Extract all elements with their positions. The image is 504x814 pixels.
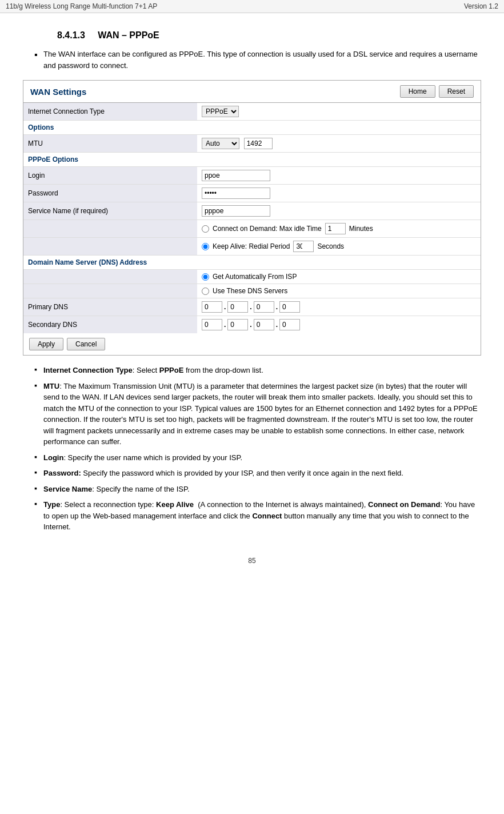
- header-bar: 11b/g Wireless Long Range Multi-function…: [0, 0, 504, 13]
- reset-button[interactable]: Reset: [439, 85, 474, 98]
- connect-on-demand-row: Connect on Demand: Max idle Time Minutes: [202, 223, 476, 234]
- desc-login: Login: Specify the user name which is pr…: [43, 452, 242, 464]
- field-label: Login: [23, 167, 197, 185]
- dns-auto-radio[interactable]: [202, 273, 209, 281]
- mtu-mode-select[interactable]: Auto Manual: [202, 138, 239, 149]
- settings-table: Internet Connection Type PPPoE Options M…: [23, 103, 481, 333]
- dns-sep-5: .: [249, 321, 252, 329]
- field-value: [197, 202, 481, 220]
- primary-dns-4[interactable]: [279, 301, 300, 313]
- intro-bullet: ▪ The WAN interface can be configured as…: [23, 49, 481, 71]
- field-value: [197, 185, 481, 202]
- page-number: 85: [6, 557, 498, 565]
- header-title: 11b/g Wireless Long Range Multi-function…: [6, 2, 157, 10]
- rest-1: from the drop-down list.: [183, 366, 263, 374]
- dns-sep-4: .: [223, 321, 226, 329]
- section-heading: 8.4.1.3 WAN – PPPoE: [23, 30, 481, 41]
- redial-period-input[interactable]: [293, 241, 314, 252]
- dns-auto-row: Get Automatically From ISP: [202, 273, 476, 281]
- field-label: [23, 238, 197, 256]
- dns-sep-2: .: [249, 303, 252, 311]
- dns-sep-3: .: [275, 303, 278, 311]
- login-input[interactable]: [202, 170, 270, 181]
- connect-on-demand-radio[interactable]: [202, 225, 209, 233]
- dns-section-header: Domain Name Server (DNS) Address: [23, 256, 481, 270]
- dns-manual-radio[interactable]: [202, 288, 209, 295]
- table-row: Password: [23, 185, 481, 202]
- service-name-desc: : Specify the name of the ISP.: [92, 485, 189, 493]
- connection-type-select[interactable]: PPPoE: [202, 106, 239, 117]
- max-idle-time-input[interactable]: [325, 223, 346, 234]
- primary-dns-2[interactable]: [227, 301, 248, 313]
- field-label: Password: [23, 185, 197, 202]
- cancel-button[interactable]: Cancel: [67, 338, 105, 350]
- section-label: PPPoE Options: [23, 153, 481, 167]
- wan-panel: WAN Settings Home Reset Internet Connect…: [23, 80, 481, 356]
- field-label: [23, 220, 197, 238]
- field-value: . . .: [197, 316, 481, 334]
- apply-button[interactable]: Apply: [29, 338, 63, 350]
- home-button[interactable]: Home: [400, 85, 435, 98]
- secondary-dns-3[interactable]: [254, 319, 274, 330]
- secondary-dns-inputs: . . .: [202, 319, 476, 330]
- field-value: Get Automatically From ISP: [197, 270, 481, 284]
- bullet-icon: ▪: [34, 452, 43, 464]
- field-label: Primary DNS: [23, 298, 197, 316]
- intro-bullet-text: The WAN interface can be configured as P…: [43, 49, 481, 71]
- table-row: Primary DNS . . .: [23, 298, 481, 316]
- table-row: Get Automatically From ISP: [23, 270, 481, 284]
- field-label: MTU: [23, 135, 197, 153]
- desc-item-mtu: ▪ MTU: The Maximum Transmission Unit (MT…: [34, 381, 481, 448]
- wan-panel-title: WAN Settings: [30, 87, 86, 97]
- section-label: Domain Name Server (DNS) Address: [23, 256, 481, 270]
- bullet-icon: ▪: [34, 381, 43, 448]
- term-login: Login: [43, 453, 63, 462]
- term-mtu: MTU: [43, 382, 59, 390]
- field-label: Service Name (if required): [23, 202, 197, 220]
- desc-mtu: MTU: The Maximum Transmission Unit (MTU)…: [43, 381, 481, 448]
- page-content: 8.4.1.3 WAN – PPPoE ▪ The WAN interface …: [0, 13, 504, 549]
- desc-item-connection-type: ▪ Internet Connection Type: Select PPPoE…: [34, 365, 481, 376]
- field-label: [23, 284, 197, 298]
- section-number: 8.4.1.3: [57, 30, 85, 40]
- desc-service-name: Service Name: Specify the name of the IS…: [43, 484, 190, 495]
- keep-alive-row: Keep Alive: Redial Period Seconds: [202, 241, 476, 252]
- term-pppoe: PPPoE: [159, 366, 184, 374]
- term-connection-type: Internet Connection Type: [43, 366, 133, 374]
- desc-connection-type: Internet Connection Type: Select PPPoE f…: [43, 365, 263, 376]
- field-value: Keep Alive: Redial Period Seconds: [197, 238, 481, 256]
- colon-1: : Select: [133, 366, 159, 374]
- primary-dns-3[interactable]: [254, 301, 274, 313]
- primary-dns-inputs: . . .: [202, 301, 476, 313]
- connect-on-demand-label: Connect on Demand: Max idle Time: [213, 225, 322, 233]
- mtu-desc: : The Maximum Transmission Unit (MTU) is…: [43, 382, 478, 446]
- table-row: Service Name (if required): [23, 202, 481, 220]
- term-type: Type: [43, 500, 60, 509]
- term-keep-alive: Keep Alive: [156, 500, 194, 509]
- description-bullets: ▪ Internet Connection Type: Select PPPoE…: [23, 365, 481, 533]
- desc-item-service-name: ▪ Service Name: Specify the name of the …: [34, 484, 481, 495]
- field-value: Auto Manual: [197, 135, 481, 153]
- secondary-dns-2[interactable]: [227, 319, 248, 330]
- seconds-label: Seconds: [317, 242, 344, 250]
- desc-item-type: ▪ Type: Select a reconnection type: Keep…: [34, 499, 481, 533]
- wan-panel-header: WAN Settings Home Reset: [23, 81, 481, 103]
- password-input[interactable]: [202, 187, 270, 199]
- field-value: Connect on Demand: Max idle Time Minutes: [197, 220, 481, 238]
- dns-manual-label: Use These DNS Servers: [213, 287, 287, 295]
- field-label: Internet Connection Type: [23, 103, 197, 121]
- keep-alive-radio[interactable]: [202, 243, 209, 250]
- password-desc: Specify the password which is provided b…: [81, 469, 403, 477]
- wan-panel-buttons: Home Reset: [400, 85, 474, 98]
- mtu-value-input[interactable]: [244, 138, 273, 149]
- desc-item-password: ▪ Password: Specify the password which i…: [34, 468, 481, 479]
- field-value: . . .: [197, 298, 481, 316]
- table-row: Secondary DNS . . .: [23, 316, 481, 334]
- table-row: Internet Connection Type PPPoE: [23, 103, 481, 121]
- service-name-input[interactable]: [202, 205, 270, 217]
- field-value: Use These DNS Servers: [197, 284, 481, 298]
- primary-dns-1[interactable]: [202, 301, 222, 313]
- options-section-header: Options: [23, 121, 481, 135]
- secondary-dns-4[interactable]: [279, 319, 300, 330]
- secondary-dns-1[interactable]: [202, 319, 222, 330]
